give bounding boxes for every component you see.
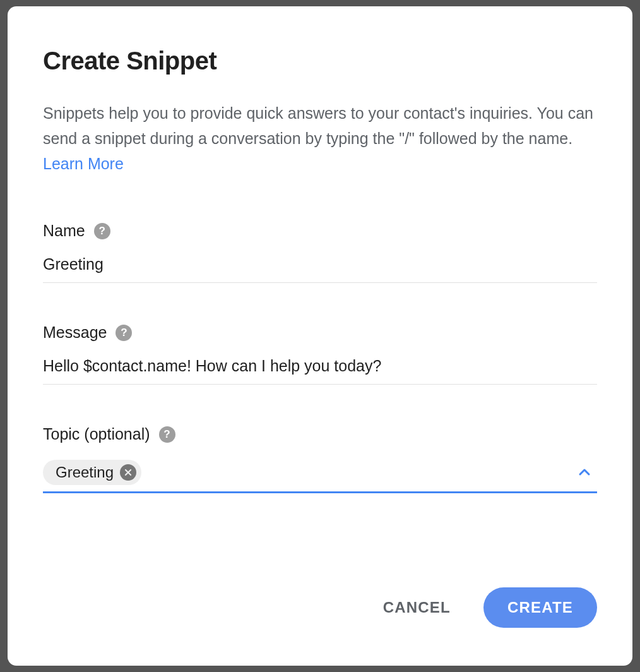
name-label: Name bbox=[43, 222, 85, 240]
topic-label: Topic (optional) bbox=[43, 425, 150, 443]
chevron-up-icon[interactable] bbox=[572, 462, 597, 483]
topic-input[interactable]: Greeting bbox=[43, 455, 597, 493]
name-label-row: Name ? bbox=[43, 222, 597, 240]
message-label: Message bbox=[43, 323, 107, 342]
name-field-group: Name ? bbox=[43, 222, 597, 283]
create-button[interactable]: CREATE bbox=[483, 587, 597, 628]
message-field-group: Message ? bbox=[43, 323, 597, 385]
dialog-title: Create Snippet bbox=[43, 47, 597, 75]
close-icon[interactable] bbox=[120, 464, 136, 481]
message-label-row: Message ? bbox=[43, 323, 597, 342]
topic-field-group: Topic (optional) ? Greeting bbox=[43, 425, 597, 493]
create-snippet-dialog: Create Snippet Snippets help you to prov… bbox=[8, 6, 632, 666]
help-icon[interactable]: ? bbox=[116, 325, 132, 341]
dialog-description: Snippets help you to provide quick answe… bbox=[43, 100, 597, 176]
topic-chip-label: Greeting bbox=[56, 464, 114, 481]
dialog-footer: CANCEL CREATE bbox=[43, 587, 597, 640]
message-input[interactable] bbox=[43, 353, 597, 385]
learn-more-link[interactable]: Learn More bbox=[43, 155, 124, 172]
topic-label-row: Topic (optional) ? bbox=[43, 425, 597, 443]
help-icon[interactable]: ? bbox=[159, 426, 175, 443]
dialog-description-text: Snippets help you to provide quick answe… bbox=[43, 104, 593, 147]
help-icon[interactable]: ? bbox=[94, 223, 110, 239]
cancel-button[interactable]: CANCEL bbox=[376, 589, 458, 627]
name-input[interactable] bbox=[43, 251, 597, 283]
topic-chip: Greeting bbox=[43, 460, 141, 485]
